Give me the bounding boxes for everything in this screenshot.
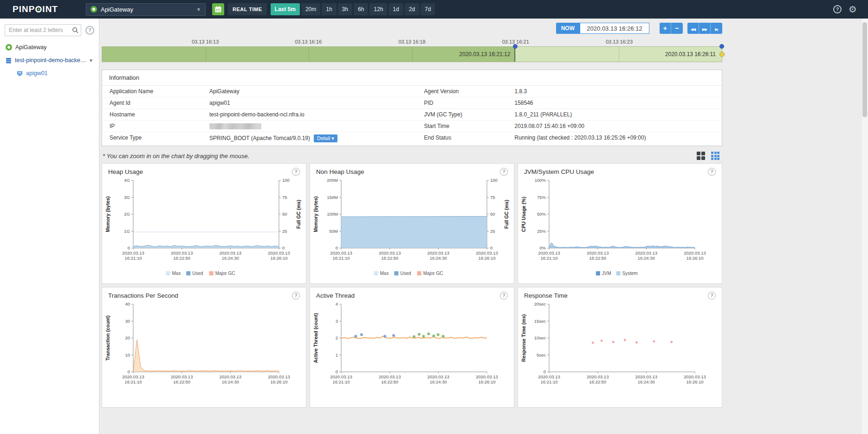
svg-text:2020.03.13: 2020.03.13 bbox=[586, 374, 609, 379]
host-label: test-pinpoint-demo-backend-... bbox=[15, 57, 87, 64]
period-button-7d[interactable]: 7d bbox=[421, 3, 435, 15]
timeline-split-marker[interactable] bbox=[513, 44, 518, 49]
svg-text:16:21:10: 16:21:10 bbox=[124, 379, 142, 384]
period-button-1d[interactable]: 1d bbox=[389, 3, 403, 15]
chart-plot[interactable]: 0%25%50%75%100%2020.03.1316:21:102020.03… bbox=[519, 177, 721, 281]
chevron-down-icon[interactable]: ▼ bbox=[89, 58, 93, 63]
now-button[interactable]: NOW bbox=[556, 23, 580, 34]
svg-text:3G: 3G bbox=[124, 195, 130, 200]
svg-text:25: 25 bbox=[282, 229, 287, 234]
period-button-1h[interactable]: 1h bbox=[322, 3, 336, 15]
information-title: Information bbox=[102, 70, 722, 86]
host-icon bbox=[6, 57, 12, 64]
scrollbar-thumb[interactable] bbox=[862, 22, 867, 117]
info-value: Running (last checked : 2020.03.13 16:25… bbox=[507, 132, 722, 145]
search-input[interactable] bbox=[5, 24, 81, 36]
redacted-ip-value bbox=[209, 123, 261, 129]
period-button-2d[interactable]: 2d bbox=[405, 3, 419, 15]
application-icon bbox=[91, 6, 97, 13]
period-button-20m[interactable]: 20m bbox=[301, 3, 320, 15]
realtime-button[interactable]: REAL TIME bbox=[228, 3, 267, 15]
info-value: 2019.08.07 15:40:16 +09:00 bbox=[507, 120, 722, 132]
chart-help-icon[interactable]: ? bbox=[292, 292, 300, 300]
svg-text:16:24:30: 16:24:30 bbox=[221, 255, 239, 261]
period-button-last-5m[interactable]: Last 5m bbox=[271, 3, 300, 15]
help-icon[interactable]: ? bbox=[833, 5, 842, 13]
chart-plot[interactable]: 0102030402020.03.1316:21:102020.03.1316:… bbox=[104, 300, 305, 404]
svg-text:2020.03.13: 2020.03.13 bbox=[219, 374, 241, 379]
chart-plot[interactable]: 05sec10sec15sec20sec2020.03.1316:21:1020… bbox=[519, 300, 721, 404]
agent-label: apigw01 bbox=[26, 70, 48, 77]
zoom-in-button[interactable]: + bbox=[660, 23, 671, 34]
chart-help-icon[interactable]: ? bbox=[292, 168, 300, 176]
info-value: 1.8.0_211 (PARALLEL) bbox=[507, 108, 722, 120]
info-value: apigw01 bbox=[202, 97, 417, 108]
zoom-out-button[interactable]: − bbox=[671, 23, 683, 34]
svg-text:0: 0 bbox=[335, 369, 337, 374]
layout-2col-icon[interactable] bbox=[697, 152, 705, 160]
service-type-detail-button[interactable]: Detail ▾ bbox=[314, 134, 337, 142]
timeline-tick-labels: 03.13 16:1303.13 16:1603.13 16:1803.13 1… bbox=[102, 39, 722, 46]
chart-plot[interactable]: 050M100M150M200M02550751002020.03.1316:2… bbox=[311, 177, 513, 281]
agent-icon bbox=[17, 70, 23, 77]
chart-help-icon[interactable]: ? bbox=[500, 168, 508, 176]
chart-help-icon[interactable]: ? bbox=[708, 292, 716, 300]
gear-icon[interactable]: ⚙ bbox=[849, 5, 857, 14]
chart-plot[interactable]: 01G2G3G4G02550751002020.03.1316:21:10202… bbox=[104, 177, 305, 281]
info-value: ApiGateway bbox=[202, 86, 417, 97]
svg-text:Memory (bytes): Memory (bytes) bbox=[313, 197, 318, 233]
period-button-6h[interactable]: 6h bbox=[354, 3, 368, 15]
nav-button-group: ◀◀ ▶▶ ▶| bbox=[687, 23, 722, 34]
svg-text:JVM: JVM bbox=[602, 271, 611, 276]
sidebar-item-application[interactable]: ApiGateway bbox=[0, 41, 99, 54]
svg-text:2020.03.13: 2020.03.13 bbox=[268, 250, 290, 255]
plus-icon: + bbox=[663, 24, 667, 32]
timeline-now-marker[interactable] bbox=[719, 52, 725, 57]
svg-text:Memory (bytes): Memory (bytes) bbox=[105, 197, 110, 233]
sidebar: ? ApiGateway test-pinpoint-demo-backend-… bbox=[0, 19, 99, 434]
chart-help-icon[interactable]: ? bbox=[708, 168, 716, 176]
svg-text:CPU Usage (%): CPU Usage (%) bbox=[521, 197, 526, 232]
svg-text:16:21:10: 16:21:10 bbox=[540, 255, 557, 261]
svg-text:16:22:50: 16:22:50 bbox=[173, 255, 190, 261]
svg-text:2020.03.13: 2020.03.13 bbox=[170, 374, 193, 379]
chart-title: Response Time bbox=[524, 292, 568, 299]
timeline-bar[interactable]: 2020.03.13 16:21:12 2020.03.13 16:26:11 bbox=[102, 46, 722, 62]
period-buttons: Last 5m20m1h3h6h12h1d2d7d bbox=[271, 3, 435, 15]
svg-text:10sec: 10sec bbox=[534, 335, 546, 340]
svg-text:16:21:10: 16:21:10 bbox=[332, 255, 350, 261]
period-button-3h[interactable]: 3h bbox=[338, 3, 352, 15]
information-grid: Application NameApiGatewayAgent Version1… bbox=[102, 86, 722, 146]
chart-card-jvm-system-cpu-usage: JVM/System CPU Usage?0%25%50%75%100%2020… bbox=[518, 163, 722, 284]
svg-text:Used: Used bbox=[192, 271, 203, 276]
svg-text:16:21:10: 16:21:10 bbox=[332, 379, 350, 384]
go-to-now-button[interactable]: ▶| bbox=[711, 23, 722, 34]
calendar-button[interactable] bbox=[212, 3, 224, 15]
timeline-end-marker[interactable] bbox=[719, 44, 724, 49]
step-forward-button[interactable]: ▶▶ bbox=[699, 23, 711, 34]
svg-text:16:24:30: 16:24:30 bbox=[429, 255, 447, 261]
scrollbar[interactable] bbox=[861, 19, 868, 434]
period-button-12h[interactable]: 12h bbox=[369, 3, 387, 15]
layout-3col-icon[interactable] bbox=[711, 152, 719, 160]
step-back-button[interactable]: ◀◀ bbox=[687, 23, 699, 34]
sidebar-item-host[interactable]: test-pinpoint-demo-backend-... ▼ bbox=[0, 54, 99, 67]
svg-text:2020.03.13: 2020.03.13 bbox=[427, 250, 449, 255]
datetime-input[interactable] bbox=[580, 23, 649, 34]
zoom-button-group: + − bbox=[660, 23, 683, 34]
sidebar-item-agent[interactable]: apigw01 bbox=[0, 67, 99, 80]
application-selector[interactable]: ApiGateway ▼ bbox=[86, 3, 206, 16]
calendar-icon bbox=[214, 6, 222, 13]
chart-help-icon[interactable]: ? bbox=[500, 292, 508, 300]
svg-text:16:22:50: 16:22:50 bbox=[381, 379, 398, 384]
pinpoint-logo: PINPINT bbox=[13, 4, 58, 14]
timeline: 03.13 16:1303.13 16:1603.13 16:1803.13 1… bbox=[102, 39, 722, 62]
chart-plot[interactable]: 012342020.03.1316:21:102020.03.1316:22:5… bbox=[311, 300, 513, 404]
svg-text:3: 3 bbox=[335, 319, 337, 324]
svg-text:2G: 2G bbox=[124, 211, 130, 217]
svg-text:2020.03.13: 2020.03.13 bbox=[330, 250, 352, 255]
svg-text:Max: Max bbox=[172, 271, 181, 276]
svg-text:40: 40 bbox=[125, 301, 130, 306]
sidebar-help-icon[interactable]: ? bbox=[85, 26, 94, 35]
svg-text:200M: 200M bbox=[327, 178, 338, 183]
